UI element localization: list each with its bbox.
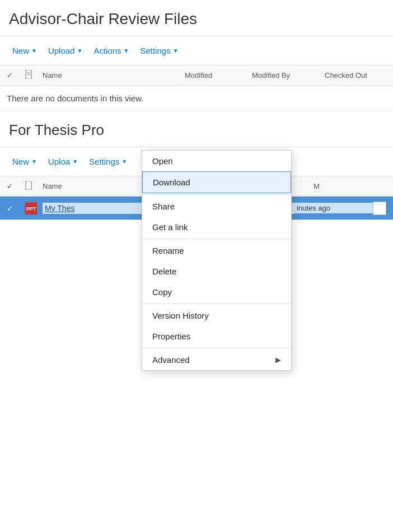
ctx-copy[interactable]: Copy [142,282,291,302]
settings-chevron-1: ▼ [173,48,179,54]
ctx-divider-3 [142,304,291,304]
upload-label-2: Uploa [48,157,70,166]
check-col-header-1: ✓ [7,71,25,80]
toolbar-1: New ▼ Upload ▼ Actions ▼ Settings ▼ [0,36,393,66]
settings-button-1[interactable]: Settings ▼ [134,41,184,60]
ctx-delete-label: Delete [152,267,176,276]
upload-button-1[interactable]: Upload ▼ [43,41,88,60]
file-row-checkbox[interactable] [373,202,386,215]
context-menu: Open Download Share Get a link Rename De… [142,150,292,371]
new-label-2: New [12,157,29,166]
section-2-title: For Thesis Pro [0,111,393,147]
file-type-icon: PPT [25,202,37,214]
settings-label-2: Settings [89,157,119,166]
upload-chevron-2: ▼ [72,158,78,165]
ctx-get-a-link[interactable]: Get a link [142,217,291,237]
page-title: Advisor-Chair Review Files [0,0,393,36]
upload-button-2[interactable]: Uploa ▼ [43,152,83,171]
check-col-header-2: ✓ [7,182,25,190]
ctx-version-history-label: Version History [152,311,209,320]
svg-text:PPT: PPT [26,206,36,212]
new-label-1: New [12,46,29,55]
actions-button-1[interactable]: Actions ▼ [88,41,134,60]
ctx-divider-1 [142,194,291,195]
ctx-share[interactable]: Share [142,196,291,217]
ctx-properties-label: Properties [152,332,190,341]
upload-label-1: Upload [48,46,75,55]
icon-col-header-2 [25,181,43,192]
ctx-advanced-label: Advanced [152,355,190,365]
ctx-advanced-arrow: ▶ [275,356,281,364]
new-chevron-1: ▼ [31,48,37,54]
ctx-divider-4 [142,348,291,348]
ctx-open[interactable]: Open [142,151,291,171]
list-header-1: ✓ Name Modified Modified By Checked Out [0,66,393,86]
svg-rect-3 [26,181,31,190]
modified-col-header-1: Modified [185,71,252,80]
empty-message: There are no documents in this view. [0,86,393,111]
ctx-rename-label: Rename [152,246,184,255]
ctx-version-history[interactable]: Version History [142,305,291,326]
ctx-share-label: Share [152,202,175,211]
ctx-advanced[interactable]: Advanced ▶ [142,349,291,370]
file-icon-cell: PPT [25,202,43,214]
actions-chevron-1: ▼ [124,48,129,54]
name-col-header-1: Name [43,71,185,80]
ctx-open-label: Open [152,156,173,166]
checkedout-col-header-1: Checked Out [325,71,386,80]
modby-col-header-1: Modified By [252,71,325,80]
file-check: ✓ [7,204,25,213]
ctx-divider-2 [142,239,291,239]
ctx-delete[interactable]: Delete [142,261,291,282]
new-chevron-2: ▼ [31,158,37,165]
ctx-properties[interactable]: Properties [142,326,291,347]
actions-label-1: Actions [93,46,121,55]
ctx-download-label: Download [153,178,190,187]
new-button-2[interactable]: New ▼ [7,152,43,171]
modby-col-header-2: M [314,182,386,190]
ctx-copy-label: Copy [152,287,172,297]
ctx-rename[interactable]: Rename [142,240,291,261]
icon-col-header-1 [25,70,43,81]
ctx-download[interactable]: Download [142,171,291,193]
settings-label-1: Settings [140,46,170,55]
ctx-get-a-link-label: Get a link [152,222,188,232]
upload-chevron-1: ▼ [77,48,82,54]
settings-button-2[interactable]: Settings ▼ [83,152,133,171]
file-time: inutes ago [294,203,373,213]
new-button-1[interactable]: New ▼ [7,41,43,60]
settings-chevron-2: ▼ [121,158,127,165]
